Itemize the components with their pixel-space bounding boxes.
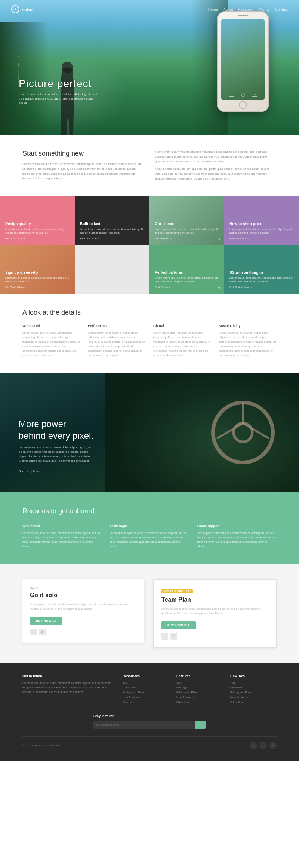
feature-clients-title: Our clients <box>155 222 219 226</box>
footer-top: Get in touch Lorem ipsum dolor sit amet,… <box>22 674 277 705</box>
power-link[interactable]: See the options <box>19 470 40 473</box>
footer-features: Features Tour Prototypr Pricing and Plan… <box>176 674 223 705</box>
svg-line-3 <box>243 423 268 438</box>
reason-title-2: Email Support <box>197 524 277 528</box>
start-right-text-1: Nemo enim ipsam voluptatem quia voluptas… <box>155 150 277 164</box>
feature-built: Built to last Lorem ipsum dolor sit amet… <box>75 196 150 245</box>
power-content: More power behind every pixel. Lorem ips… <box>19 418 93 473</box>
footer-howtos-links: Tour Customers Pricing and Plans New Fea… <box>230 681 277 704</box>
feature-start2-title: SStart somthing ne <box>229 271 294 275</box>
pricing-team-icons:  ⊞ <box>161 633 268 640</box>
detail-col-0: Web based Lorem ipsum dolor sit amet, co… <box>22 324 80 358</box>
logo-text: sake <box>22 7 33 12</box>
pricing-team-badge: MOST POPULAR <box>161 589 193 593</box>
footer-link[interactable]: Customers <box>123 686 169 689</box>
footer-link[interactable]: Education <box>123 700 169 704</box>
reason-text-1: Lorem ipsum dolor sit amet, consectetur … <box>110 531 189 549</box>
nav-contact[interactable]: Contact <box>275 7 288 12</box>
details-grid: Web based Lorem ipsum dolor sit amet, co… <box>22 324 277 358</box>
reason-title-1: Team login <box>110 524 189 528</box>
footer-link[interactable]: New Features <box>230 696 277 699</box>
feature-built-desc: Lorem ipsum dolor sit amet, consectetur … <box>80 227 144 235</box>
nav-features[interactable]: Features <box>238 7 253 12</box>
feature-design: Design quality Lorem ipsum dolor sit ame… <box>0 196 75 245</box>
logo-icon: ◎ <box>11 5 19 13</box>
footer-contact: Get in touch Lorem ipsum dolor sit amet,… <box>22 674 115 705</box>
footer-email-submit[interactable]: → <box>195 721 206 729</box>
nav-pricing[interactable]: Pricing <box>258 7 270 12</box>
detail-col-3: Sustainability Lorem ipsum dolor sit ame… <box>219 324 277 358</box>
hero-content: Picture perfect Lorem ipsum dolor sit am… <box>19 78 101 105</box>
feature-clients-desc: Lorem ipsum dolor sit amet, consectetur … <box>155 227 219 235</box>
detail-title-0: Web based <box>22 324 80 328</box>
feature-shoo-desc: Lorem ipsum dolor sit amet, consectetur … <box>229 227 294 235</box>
social-twitter[interactable]: t <box>259 742 267 749</box>
footer-link[interactable]: Customers <box>230 686 277 689</box>
power-heading-line2: behind every pixel. <box>19 431 93 441</box>
details-section: A look at the details Web based Lorem ip… <box>0 294 299 373</box>
feature-start2-desc: Lorem ipsum dolor sit amet, consectetur … <box>229 276 294 284</box>
feature-built-link[interactable]: Find Out more <box>80 237 144 240</box>
footer-link[interactable]: Tour <box>123 681 169 684</box>
car-interior <box>105 373 299 492</box>
nav-links: Home About Features Pricing Contact <box>208 7 288 12</box>
feature-built-title: Built to last <box>80 222 144 226</box>
start-right-text-2: Neque porro quisquam est, qui dolorem ip… <box>155 167 277 181</box>
footer-link[interactable]: Pricing and Plans <box>123 691 169 694</box>
feature-clients-link[interactable]: Get Insights <box>155 237 219 240</box>
detail-col-2: Gfxtral Lorem ipsum dolor sit amet, cons… <box>153 324 211 358</box>
footer-link[interactable]: Prototypr <box>176 686 223 689</box>
feature-design-link[interactable]: Find Out more <box>5 237 70 240</box>
power-section: More power behind every pixel. Lorem ips… <box>0 373 299 492</box>
heart-icon: ♥ <box>218 237 221 241</box>
footer-link[interactable]: New Features <box>123 696 169 699</box>
pricing-section: BASIC Go it solo Lorem ipsum dolor sit a… <box>0 564 299 663</box>
start-left-text: Lorem ipsum dolor sit amet, consectetur … <box>22 162 144 181</box>
social-instagram[interactable]: in <box>269 742 277 749</box>
apple-icon:  <box>30 629 37 635</box>
reason-title-0: Web based <box>22 524 102 528</box>
footer-email-input[interactable] <box>93 721 195 729</box>
footer-howtos: How To's Tour Customers Pricing and Plan… <box>230 674 277 705</box>
pricing-solo-btn[interactable]: BUY NOW $9 <box>30 617 62 625</box>
footer-link[interactable]: Education <box>230 700 277 704</box>
detail-text-0: Lorem ipsum dolor sit amet, consectetur … <box>22 331 80 358</box>
feature-empty <box>75 245 150 294</box>
feature-start2-link[interactable]: Get Started Now <box>229 286 294 288</box>
feature-shoo-title: How to shoo grea <box>229 222 294 226</box>
feature-signup-desc: Lorem ipsum dolor sit amet, consectetur … <box>5 276 70 284</box>
power-text: Lorem ipsum dolor sit amet, consectetur … <box>19 445 93 463</box>
pricing-team-title: Team Plan <box>161 596 268 603</box>
apple-icon-2:  <box>161 633 168 640</box>
footer-howtos-heading: How To's <box>230 674 277 678</box>
pricing-solo-icons:  ⊞ <box>30 629 137 635</box>
feature-grid: Design quality Lorem ipsum dolor sit ame… <box>0 196 299 294</box>
start-section: Start something new Lorem ipsum dolor si… <box>0 135 299 196</box>
feature-start2: SStart somthing ne Lorem ipsum dolor sit… <box>224 245 299 294</box>
reasons-section: Reasons to get onboard Web based Lorem i… <box>0 492 299 564</box>
phone-speaker <box>238 15 248 16</box>
footer-link[interactable]: New Features <box>176 696 223 699</box>
pricing-team-btn[interactable]: BUY NOW $19 <box>161 621 196 629</box>
footer-link[interactable]: Education <box>176 700 223 704</box>
footer-social: f t in <box>250 742 277 749</box>
detail-text-3: Lorem ipsum dolor sit amet, consectetur … <box>219 331 277 358</box>
footer-link[interactable]: Pricing and Plans <box>176 691 223 694</box>
social-facebook[interactable]: f <box>250 742 257 749</box>
power-heading: More power behind every pixel. <box>19 418 93 441</box>
nav-home[interactable]: Home <box>208 7 218 12</box>
feature-perfect-link[interactable]: Find Out more <box>155 286 219 288</box>
feature-shoo-link[interactable]: Find Out more <box>229 237 294 240</box>
footer-link[interactable]: Tour <box>230 681 277 684</box>
feature-signup-link[interactable]: Get Started Now <box>5 286 70 288</box>
detail-title-1: Performance <box>88 324 146 328</box>
footer-resources-heading: Resources <box>123 674 169 678</box>
footer-link[interactable]: Tour <box>176 681 223 684</box>
phone-mockup <box>217 11 277 123</box>
heart-icon-2: ♥ <box>218 286 221 290</box>
logo[interactable]: ◎ sake <box>11 5 33 13</box>
phone-home-button <box>239 101 247 109</box>
steering-wheel-icon <box>209 399 277 466</box>
nav-about[interactable]: About <box>223 7 233 12</box>
footer-link[interactable]: Pricing and Plans <box>230 691 277 694</box>
